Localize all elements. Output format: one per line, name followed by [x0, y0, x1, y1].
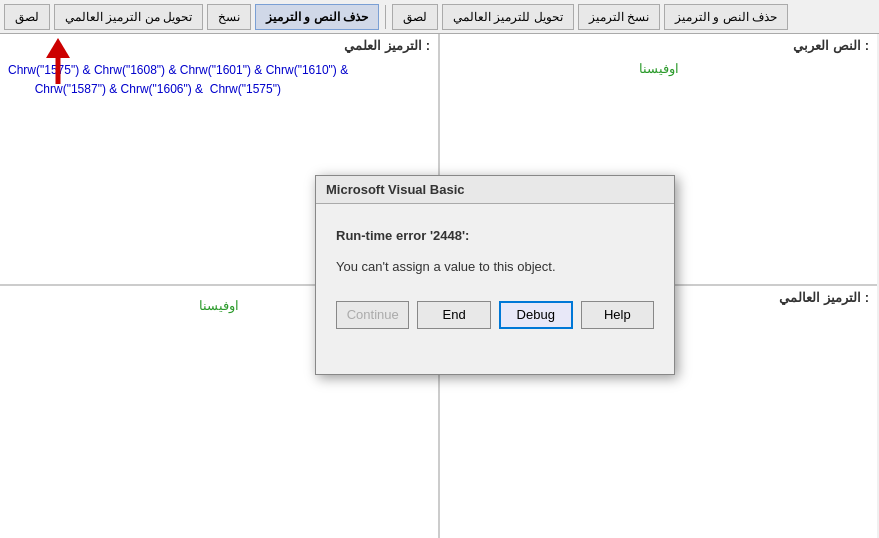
help-button[interactable]: Help [581, 301, 654, 329]
end-button[interactable]: End [417, 301, 490, 329]
debug-button[interactable]: Debug [499, 301, 573, 329]
toolbar-left-paste-btn[interactable]: لصق [4, 4, 50, 30]
toolbar-left-delete-btn[interactable]: حذف النص و الترميز [255, 4, 379, 30]
toolbar-left-copy-btn[interactable]: نسخ [207, 4, 251, 30]
red-arrow-icon [38, 36, 78, 86]
continue-button[interactable]: Continue [336, 301, 409, 329]
dialog-error-title: Run-time error '2448': [336, 224, 654, 247]
right-top-header: : النص العربي [440, 34, 877, 57]
toolbar-right-paste-btn[interactable]: لصق [392, 4, 438, 30]
right-top-content: اوفيسنا [440, 57, 877, 80]
svg-marker-2 [46, 38, 70, 58]
dialog-titlebar: Microsoft Visual Basic [316, 176, 674, 204]
toolbar-separator [385, 5, 386, 29]
toolbar-left-convert-btn[interactable]: تحويل من الترميز العالمي [54, 4, 203, 30]
toolbar-right-copy-btn[interactable]: نسخ الترميز [578, 4, 660, 30]
toolbar-right-convert-btn[interactable]: تحويل للترميز العالمي [442, 4, 574, 30]
top-toolbar: لصق تحويل من الترميز العالمي نسخ حذف الن… [0, 0, 879, 34]
dialog-error-msg: You can't assign a value to this object. [336, 255, 654, 278]
dialog-body: Run-time error '2448': You can't assign … [316, 204, 674, 289]
toolbar-right-delete-btn[interactable]: حذف النص و الترميز [664, 4, 788, 30]
dialog-buttons: Continue End Debug Help [316, 289, 674, 345]
error-dialog: Microsoft Visual Basic Run-time error '2… [315, 175, 675, 375]
